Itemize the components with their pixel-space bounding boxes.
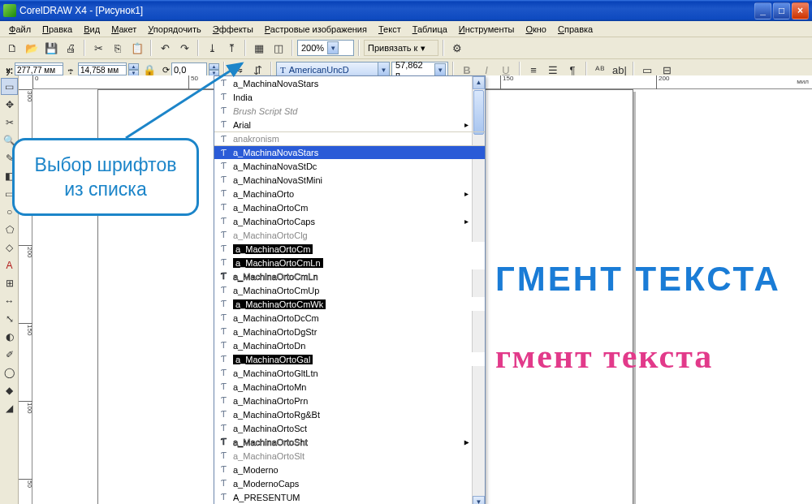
truetype-icon: Ƭ	[218, 381, 229, 392]
font-item[interactable]: Ƭa_MachinaOrtoDcCm	[214, 311, 485, 325]
redo-icon[interactable]: ↷	[175, 39, 193, 57]
paste-icon[interactable]: 📋	[128, 39, 146, 57]
font-item[interactable]: Ƭa_MachinaOrtoGltLtn	[214, 366, 485, 380]
polygon-tool[interactable]: ⬠	[1, 221, 18, 238]
font-item[interactable]: Ƭa_MachinaOrtoSct	[214, 421, 485, 435]
maximize-button[interactable]: □	[773, 2, 790, 19]
interactive-fill-tool[interactable]: ◢	[1, 399, 18, 416]
y-input[interactable]	[15, 65, 63, 75]
import-icon[interactable]: ⤓	[203, 39, 221, 57]
font-item-label: a_MachinaOrtoSct	[233, 424, 307, 433]
menu-файл[interactable]: Файл	[3, 23, 37, 36]
font-item[interactable]: ƬA_PRESENTUM	[214, 490, 485, 504]
font-item[interactable]: Ƭa_MachinaOrtoCm	[214, 242, 485, 256]
app-window: CorelDRAW X4 - [Рисунок1] _ □ × ФайлПрав…	[0, 0, 812, 504]
truetype-icon: Ƭ	[218, 148, 229, 158]
menu-инструменты[interactable]: Инструменты	[453, 23, 520, 36]
welcome-icon[interactable]: ◫	[270, 39, 287, 57]
font-item[interactable]: Ƭa_MachinaOrtoCm	[214, 200, 485, 214]
menu-упорядочить[interactable]: Упорядочить	[142, 23, 206, 36]
separator	[197, 40, 199, 56]
fill-tool[interactable]: ◆	[1, 381, 18, 398]
font-item-label: a_MachinaOrtoGal	[233, 355, 313, 364]
font-item[interactable]: Ƭa_MachinaOrto▸	[214, 187, 485, 200]
font-item[interactable]: Ƭa_MachinaOrtoClg	[214, 228, 485, 242]
font-item[interactable]: Ƭa_MachinaOrtoCmWk	[214, 297, 485, 311]
new-icon[interactable]: 🗋	[3, 39, 21, 57]
app-launcher-icon[interactable]: ▦	[250, 39, 268, 57]
menu-текст[interactable]: Текст	[373, 23, 407, 36]
menu-таблица[interactable]: Таблица	[407, 23, 453, 36]
menu-окно[interactable]: Окно	[520, 23, 552, 36]
menu-вид[interactable]: Вид	[78, 23, 106, 36]
h-input[interactable]	[78, 65, 127, 75]
font-item[interactable]: Ƭa_MachinaOrtoCaps▸	[214, 214, 485, 228]
font-item[interactable]: Ƭa_MachinaOrtoCmLn	[214, 269, 485, 283]
font-item[interactable]: Ƭa_MachinaOrtoRg&Bt	[214, 407, 485, 421]
truetype-icon: Ƭ	[218, 368, 229, 378]
spinner[interactable]: ▲▼	[209, 63, 219, 76]
connector-tool[interactable]: ⤡	[1, 310, 18, 327]
copy-icon[interactable]: ⎘	[109, 39, 127, 57]
font-item[interactable]: Ƭa_MachinaOrtoDn	[214, 338, 485, 352]
font-item[interactable]: Ƭa_Moderno	[214, 463, 485, 476]
eyedropper-tool[interactable]: ✐	[1, 346, 18, 363]
outline-tool[interactable]: ◯	[1, 364, 18, 381]
shape-tool[interactable]: ✥	[1, 96, 18, 113]
font-item[interactable]: Ƭa_MachinaOrtoSht▸	[214, 435, 485, 449]
dropdown-arrow-icon[interactable]: ▼	[327, 41, 339, 54]
text-tool[interactable]: A	[1, 256, 18, 274]
menu-правка[interactable]: Правка	[37, 23, 78, 36]
menu-эффекты[interactable]: Эффекты	[207, 23, 259, 36]
font-item[interactable]: ƬArial▸	[214, 118, 485, 131]
font-item-label: a_MachinaNovaStars	[233, 79, 318, 88]
minimize-button[interactable]: _	[754, 2, 771, 19]
dimension-tool[interactable]: ↔	[1, 292, 18, 309]
font-item[interactable]: Ƭa_MachinaNovaStars	[214, 76, 485, 90]
snap-combo[interactable]: Привязать к ▾	[364, 40, 438, 56]
close-button[interactable]: ×	[792, 2, 809, 19]
effects-tool[interactable]: ◐	[1, 328, 18, 345]
font-item-label: a_MachinaOrtoCmLn	[233, 272, 318, 282]
font-dropdown[interactable]: ▲ ▼ Ƭa_MachinaNovaStarsƬIndiaƬBrush Scri…	[214, 75, 486, 504]
save-icon[interactable]: 💾	[42, 39, 60, 57]
crop-tool[interactable]: ✂	[1, 114, 18, 131]
font-item[interactable]: Ƭa_MachinaOrtoDgStr	[214, 325, 485, 338]
pick-tool[interactable]: ▭	[1, 78, 18, 95]
font-item[interactable]: Ƭa_MachinaNovaStDc	[214, 159, 485, 173]
font-item[interactable]: Ƭa_MachinaOrtoCmUp	[214, 283, 485, 297]
menu-макет[interactable]: Макет	[106, 23, 142, 36]
font-item-label: a_Moderno	[233, 465, 279, 475]
truetype-icon: Ƭ	[218, 299, 229, 309]
options-icon[interactable]: ⚙	[448, 39, 466, 57]
dropdown-arrow-icon[interactable]: ▼	[434, 63, 446, 76]
table-tool[interactable]: ⊞	[1, 274, 18, 291]
undo-icon[interactable]: ↶	[156, 39, 174, 57]
font-item[interactable]: Ƭa_MachinaOrtoMn	[214, 380, 485, 394]
spinner[interactable]: ▲▼	[128, 63, 139, 76]
font-item-label: a_MachinaOrtoCmUp	[233, 286, 319, 295]
font-item[interactable]: ƬIndia	[214, 90, 485, 104]
font-item[interactable]: Ƭa_MachinaOrtoCmLn	[214, 256, 485, 269]
print-icon[interactable]: 🖨	[62, 39, 80, 57]
cut-icon[interactable]: ✂	[89, 39, 107, 57]
font-item[interactable]: Ƭa_MachinaOrtoSlt	[214, 449, 485, 463]
open-icon[interactable]: 📂	[23, 39, 41, 57]
zoom-combo[interactable]: 200% ▼	[297, 40, 354, 56]
font-item-label: a_MachinaOrtoDgStr	[233, 327, 317, 337]
submenu-arrow-icon: ▸	[464, 189, 469, 198]
font-item[interactable]: Ƭanakronism	[214, 131, 485, 145]
font-item[interactable]: Ƭa_ModernoCaps	[214, 476, 485, 490]
font-item[interactable]: ƬBrush Script Std	[214, 104, 485, 118]
font-item[interactable]: Ƭa_MachinaOrtoPrn	[214, 394, 485, 407]
export-icon[interactable]: ⤒	[222, 39, 240, 57]
font-item[interactable]: Ƭa_MachinaNovaStMini	[214, 173, 485, 187]
menu-справка[interactable]: Справка	[552, 23, 598, 36]
font-item[interactable]: Ƭa_MachinaNovaStars	[214, 145, 485, 159]
font-item[interactable]: Ƭa_MachinaOrtoGal	[214, 352, 485, 366]
truetype-icon: Ƭ	[218, 437, 229, 447]
basic-shapes-tool[interactable]: ◇	[1, 239, 18, 256]
menu-растровые изображения[interactable]: Растровые изображения	[259, 23, 373, 36]
separator	[84, 40, 85, 56]
window-title: CorelDRAW X4 - [Рисунок1]	[19, 5, 753, 16]
